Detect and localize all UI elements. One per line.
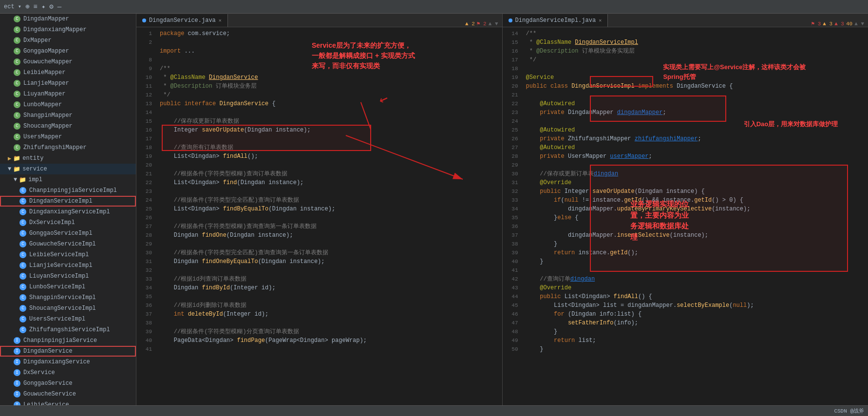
status-text: CSDN @战斧 bbox=[834, 407, 864, 415]
toolbar-icon-minimize[interactable]: — bbox=[57, 3, 61, 11]
right-err2-indicator: ▲ 3 bbox=[834, 21, 844, 27]
sidebar-item-shoucangmapper[interactable]: C ShoucangMapper bbox=[0, 121, 136, 132]
mapper-icon: C bbox=[14, 91, 20, 97]
folder-entity-icon: 📁 bbox=[13, 155, 20, 162]
toolbar-icon-settings[interactable]: ⚙ bbox=[49, 2, 53, 11]
interface-icon: I bbox=[14, 391, 20, 397]
toolbar-icon-list[interactable]: ≡ bbox=[33, 3, 37, 11]
sidebar-item-zhifumapper[interactable]: C ZhifufangshiMapper bbox=[0, 142, 136, 153]
sidebar-item-gouwucheservice[interactable]: I GouwucheService bbox=[0, 389, 136, 399]
right-line-numbers: 14 15 16 17 18 19 20 21 22 23 24 25 26 2… bbox=[503, 27, 522, 405]
sidebar-item-liuyanserviceimpl[interactable]: C LiuyanServiceImpl bbox=[0, 271, 136, 282]
class-icon: C bbox=[19, 305, 26, 312]
folder-impl[interactable]: ▼ 📁 impl bbox=[0, 174, 136, 185]
sidebar-item-shangpinmapper[interactable]: C ShangpinMapper bbox=[0, 110, 136, 121]
sidebar-item-lunbomapper[interactable]: C LunboMapper bbox=[0, 99, 136, 110]
sidebar-item-chanpinpingjiaservice[interactable]: I ChanpinpingjiaService bbox=[0, 335, 136, 346]
class-icon: C bbox=[19, 187, 26, 194]
sidebar-item-dingdanserviceimpl[interactable]: C DingdanServiceImpl bbox=[0, 196, 136, 207]
right-tab-dingdanserviceimpl[interactable]: DingdanServiceImpl.java ✕ bbox=[503, 14, 608, 27]
left-err-indicator: ⚑ 2 bbox=[477, 20, 487, 27]
mapper-icon: C bbox=[14, 112, 20, 119]
folder-service[interactable]: ▼ 📁 service bbox=[0, 164, 136, 174]
close-tab-icon[interactable]: ✕ bbox=[219, 18, 222, 23]
mapper-icon: C bbox=[14, 16, 20, 22]
sidebar-item-dingdanservice[interactable]: I DingdanService bbox=[0, 346, 136, 357]
class-icon: C bbox=[19, 219, 26, 226]
sidebar-item-shoucangserviceimpl[interactable]: C ShoucangServiceImpl bbox=[0, 303, 136, 314]
left-editor-panel: DingdanService.java ✕ ▲ 2 ⚑ 2 ▲ ▼ 1 2 8 … bbox=[136, 14, 503, 405]
sidebar: C DingdanMapper C DingdanxiangMapper C D… bbox=[0, 14, 136, 405]
editors-wrapper: DingdanService.java ✕ ▲ 2 ⚑ 2 ▲ ▼ 1 2 8 … bbox=[136, 14, 868, 405]
sidebar-item-usersmapper[interactable]: C UsersMapper bbox=[0, 132, 136, 142]
class-icon: C bbox=[19, 326, 26, 333]
sidebar-item-lianjiemapper[interactable]: C LianjieMapper bbox=[0, 78, 136, 89]
toolbar: ect ▾ ⊕ ≡ ✦ ⚙ — bbox=[0, 0, 868, 14]
mapper-icon: C bbox=[14, 133, 20, 140]
left-indicator-bar: ▲ 2 ⚑ 2 ▲ ▼ bbox=[461, 20, 502, 27]
mapper-icon: C bbox=[14, 58, 20, 65]
right-indicator-bar: ⚑ 3 ▲ 3 ▲ 3 40 ▲ ▼ bbox=[808, 20, 868, 27]
class-icon: C bbox=[19, 208, 26, 215]
right-count-indicator: 40 bbox=[846, 21, 852, 27]
class-icon: C bbox=[19, 230, 26, 237]
class-icon: C bbox=[19, 198, 26, 205]
sidebar-item-liuyanmapper[interactable]: C LiuyanMapper bbox=[0, 89, 136, 99]
left-code-area[interactable]: package com.service; import ... /** * @C… bbox=[156, 27, 502, 405]
right-editor-panel: DingdanServiceImpl.java ✕ ⚑ 3 ▲ 3 ▲ 3 40… bbox=[503, 14, 868, 405]
folder-arrow-icon: ▼ bbox=[8, 166, 11, 172]
sidebar-item-usersserviceimpl[interactable]: C UsersServiceImpl bbox=[0, 314, 136, 324]
left-tab-dingdanservice[interactable]: DingdanService.java ✕ bbox=[136, 14, 228, 27]
sidebar-item-dingdanxiangmapper[interactable]: C DingdanxiangMapper bbox=[0, 24, 136, 35]
sidebar-item-chanpinpingjiaserviceimpl[interactable]: C ChanpinpingjiaServiceImpl bbox=[0, 185, 136, 196]
sidebar-item-dxservice[interactable]: I DxService bbox=[0, 367, 136, 378]
sidebar-item-dingdanxiangserviceimpl[interactable]: C DingdanxiangServiceImpl bbox=[0, 207, 136, 217]
sidebar-item-gonggaomapper[interactable]: C GonggaoMapper bbox=[0, 46, 136, 57]
sidebar-item-leibiemapper[interactable]: C LeibieMapper bbox=[0, 67, 136, 78]
folder-service-icon: 📁 bbox=[13, 166, 20, 173]
sidebar-item-shangpinserviceimpl[interactable]: C ShangpinServiceImpl bbox=[0, 292, 136, 303]
mapper-icon: C bbox=[14, 101, 20, 108]
sidebar-item-dingdanxiangservice[interactable]: I DingdanxiangService bbox=[0, 357, 136, 367]
project-label[interactable]: ect ▾ bbox=[4, 3, 21, 10]
left-tab-label: DingdanService.java bbox=[149, 17, 216, 24]
left-line-numbers: 1 2 8 9 10 11 12 13 14 15 16 17 18 19 20 bbox=[136, 27, 156, 405]
sidebar-item-gouwucheserviceimpl[interactable]: C GouwucheServiceImpl bbox=[0, 239, 136, 249]
sidebar-item-dxmapper[interactable]: C DxMapper bbox=[0, 35, 136, 46]
sidebar-item-dxserviceimpl[interactable]: C DxServiceImpl bbox=[0, 217, 136, 228]
folder-entity[interactable]: ▶ 📁 entity bbox=[0, 153, 136, 164]
left-scroll-indicator: ▲ ▼ bbox=[489, 21, 498, 27]
left-editor-content[interactable]: 1 2 8 9 10 11 12 13 14 15 16 17 18 19 20 bbox=[136, 27, 502, 405]
toolbar-icon-star[interactable]: ✦ bbox=[41, 2, 45, 11]
sidebar-item-gonggaoservice[interactable]: I GonggaoService bbox=[0, 378, 136, 389]
sidebar-item-dingdanmapper[interactable]: C DingdanMapper bbox=[0, 14, 136, 24]
status-bar: CSDN @战斧 bbox=[0, 405, 868, 416]
right-code-area[interactable]: /** * @ClassName DingdanServiceImpl * @D… bbox=[522, 27, 868, 405]
sidebar-item-gonggaoserviceimpl[interactable]: C GonggaoServiceImpl bbox=[0, 228, 136, 239]
right-editor-content[interactable]: 14 15 16 17 18 19 20 21 22 23 24 25 26 2… bbox=[503, 27, 868, 405]
folder-arrow-icon: ▼ bbox=[14, 176, 17, 183]
tab-dot-icon bbox=[509, 19, 512, 22]
sidebar-item-gouwuchemapper[interactable]: C GouwucheMapper bbox=[0, 57, 136, 67]
close-tab-icon[interactable]: ✕ bbox=[599, 18, 602, 23]
folder-arrow-icon: ▶ bbox=[8, 155, 11, 162]
sidebar-item-zhifufangshiserviceimpl[interactable]: C ZhifufangshiServiceImpl bbox=[0, 324, 136, 335]
mapper-icon: C bbox=[14, 144, 20, 151]
mapper-icon: C bbox=[14, 37, 20, 44]
interface-icon: I bbox=[14, 348, 20, 355]
right-err1-indicator: ⚑ 3 bbox=[811, 20, 821, 27]
sidebar-item-leibieservice[interactable]: I LeibieService bbox=[0, 399, 136, 405]
mapper-icon: C bbox=[14, 48, 20, 55]
left-warn-indicator: ▲ 2 bbox=[465, 21, 475, 27]
interface-icon: I bbox=[14, 359, 20, 365]
toolbar-icon-grid[interactable]: ⊕ bbox=[25, 2, 29, 11]
sidebar-item-lunboserviceimpl[interactable]: C LunboServiceImpl bbox=[0, 282, 136, 292]
class-icon: C bbox=[19, 284, 26, 290]
interface-icon: I bbox=[14, 337, 20, 344]
sidebar-item-leibieserviceimpl[interactable]: C LeibieServiceImpl bbox=[0, 249, 136, 260]
sidebar-item-lianjieserviceimpl[interactable]: C LianjieServiceImpl bbox=[0, 260, 136, 271]
tab-dot-icon bbox=[142, 19, 146, 22]
interface-icon: I bbox=[14, 369, 20, 376]
mapper-icon: C bbox=[14, 123, 20, 130]
mapper-icon: C bbox=[14, 69, 20, 76]
